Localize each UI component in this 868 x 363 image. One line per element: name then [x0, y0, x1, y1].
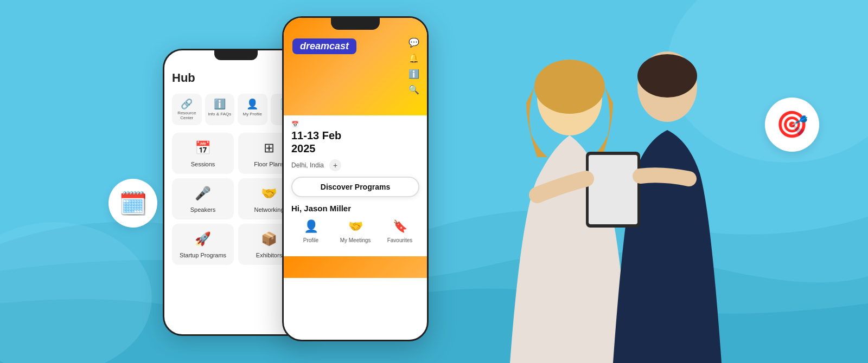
info-icon: ℹ️	[207, 98, 233, 110]
header-icons: 💬 🔔 ℹ️ 🔍	[409, 37, 419, 95]
startup-label: Startup Programs	[180, 252, 226, 258]
phone-orange-body: 📅 11-13 Feb2025 Delhi, India + Discover …	[284, 115, 427, 256]
exhibitors-label: Exhibitors	[256, 252, 282, 258]
profile-label: Profile	[303, 237, 318, 243]
hub-icon-info[interactable]: ℹ️ Info & FAQs	[205, 94, 235, 125]
hub-icon-profile[interactable]: 👤 My Profile	[238, 94, 267, 125]
sessions-label: Sessions	[191, 161, 215, 167]
search-icon[interactable]: 🔍	[409, 85, 419, 95]
people-svg	[456, 27, 770, 363]
speakers-icon: 🎤	[176, 186, 229, 201]
bell-icon[interactable]: 🔔	[409, 53, 419, 63]
favourites-label: Favourites	[387, 237, 413, 243]
phone-orange: dreamcast 💬 🔔 ℹ️ 🔍 📅 11-13 Feb2025 Delhi…	[282, 16, 429, 341]
white-phone-notch	[214, 50, 258, 60]
floor-plans-label: Floor Plans	[254, 161, 284, 167]
profile-icon: 👤	[240, 98, 265, 110]
networking-label: Networking	[254, 206, 284, 213]
chat-icon[interactable]: 💬	[409, 37, 419, 48]
calendar-decoration: 🗓️	[108, 179, 157, 228]
dreamcast-logo: dreamcast	[292, 38, 356, 54]
calendar-label: 📅	[291, 121, 341, 128]
hub-grid: 📅 Sessions ⊞ Floor Plans 🎤 Speakers 🤝 Ne…	[172, 133, 300, 265]
target-decoration: 🎯	[765, 98, 819, 152]
orange-phone-notch	[331, 18, 380, 30]
hub-title: Hub	[172, 71, 195, 85]
phone-orange-header: dreamcast 💬 🔔 ℹ️ 🔍	[284, 18, 427, 115]
svg-point-4	[534, 60, 605, 114]
profile-item-favourites[interactable]: 🔖 Favourites	[380, 219, 419, 244]
people-photo	[456, 27, 770, 363]
profile-row: 👤 Profile 🤝 My Meetings 🔖 Favourites	[291, 219, 419, 244]
startup-icon: 🚀	[176, 231, 229, 247]
meetings-label: My Meetings	[340, 237, 371, 243]
discover-programs-button[interactable]: Discover Programs	[291, 177, 419, 197]
info-circle-icon[interactable]: ℹ️	[409, 69, 419, 79]
profile-item-profile[interactable]: 👤 Profile	[291, 219, 330, 244]
hub-icon-resource[interactable]: 🔗 ResourceCenter	[172, 94, 202, 125]
meetings-icon: 🤝	[336, 219, 375, 234]
greeting-text: Hi, Jason Miller	[291, 204, 419, 213]
hub-quick-icons: 🔗 ResourceCenter ℹ️ Info & FAQs 👤 My Pro…	[172, 94, 300, 125]
hub-startup-programs[interactable]: 🚀 Startup Programs	[172, 224, 234, 265]
profile-item-meetings[interactable]: 🤝 My Meetings	[336, 219, 375, 244]
svg-rect-8	[589, 155, 637, 224]
location-text: Delhi, India	[291, 161, 324, 169]
favourites-icon: 🔖	[380, 219, 419, 234]
sessions-icon: 📅	[176, 140, 229, 155]
event-location: Delhi, India +	[291, 159, 419, 171]
event-info: 📅 11-13 Feb2025	[291, 121, 419, 155]
phones-container: Hub ≡ 🔗 ResourceCenter ℹ️ Info & FAQs 👤 …	[163, 16, 499, 352]
profile-avatar-icon: 👤	[291, 219, 330, 234]
add-button[interactable]: +	[329, 159, 341, 171]
phone-orange-footer	[284, 256, 427, 278]
hub-speakers[interactable]: 🎤 Speakers	[172, 178, 234, 219]
speakers-label: Speakers	[190, 206, 215, 213]
resource-icon: 🔗	[174, 98, 200, 110]
event-date: 11-13 Feb2025	[291, 129, 341, 155]
hub-sessions[interactable]: 📅 Sessions	[172, 133, 234, 174]
svg-point-6	[637, 54, 697, 98]
